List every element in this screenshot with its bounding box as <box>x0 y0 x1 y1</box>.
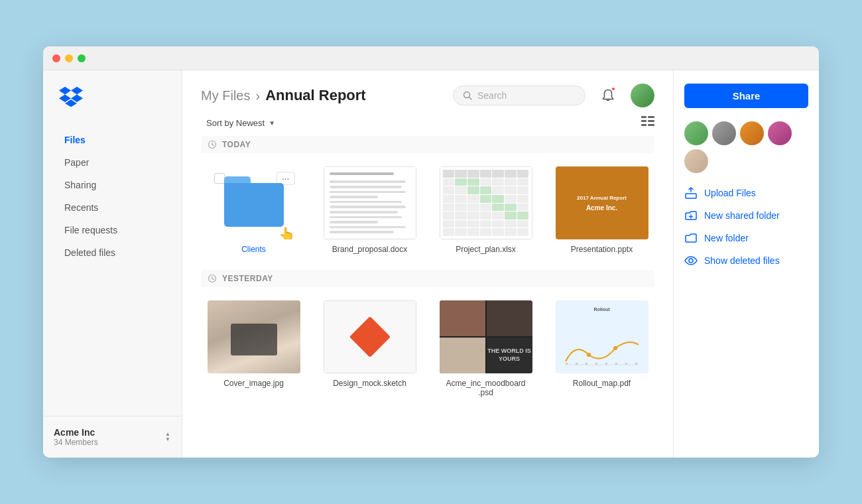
upload-files-action[interactable]: Upload Files <box>684 186 808 200</box>
upload-files-label: Upload Files <box>704 188 756 198</box>
moodboard-cell-1 <box>440 300 485 336</box>
clock-icon-yesterday <box>208 274 217 283</box>
new-folder-action[interactable]: New folder <box>684 231 808 245</box>
svg-line-1 <box>469 97 472 100</box>
file-item-moodboard[interactable]: THE WORLD IS YOURS Acme_inc_moodboard.ps… <box>433 295 538 403</box>
show-deleted-files-label: Show deleted files <box>704 255 780 266</box>
svg-rect-18 <box>576 363 578 365</box>
maximize-button[interactable] <box>78 54 86 62</box>
search-box[interactable] <box>453 86 585 105</box>
file-item-brand-proposal[interactable]: Brand_proposal.docx <box>317 161 422 259</box>
upload-icon <box>684 186 698 200</box>
member-avatar-3[interactable] <box>740 121 764 145</box>
sidebar-item-recents[interactable]: Recents <box>48 197 176 218</box>
moodboard-text: THE WORLD IS YOURS <box>487 347 532 363</box>
file-name-presentation: Presentation.pptx <box>571 245 633 254</box>
moodboard-thumbnail: THE WORLD IS YOURS <box>440 300 532 373</box>
minimize-button[interactable] <box>65 54 73 62</box>
svg-rect-24 <box>635 363 637 365</box>
share-button[interactable]: Share <box>684 84 808 108</box>
sidebar-item-sharing[interactable]: Sharing <box>48 174 176 196</box>
yesterday-header: YESTERDAY <box>201 270 654 287</box>
member-avatar-2[interactable] <box>712 121 736 145</box>
app-body: Files Paper Sharing Recents File request… <box>43 70 819 458</box>
toolbar: Sort by Newest ▼ <box>182 107 673 136</box>
member-avatar-5[interactable] <box>684 149 708 173</box>
yesterday-files-grid: Cover_image.jpg Design_mock.sketch <box>201 295 654 403</box>
notification-button[interactable] <box>596 84 620 107</box>
chevron-down-icon: ▼ <box>164 438 171 442</box>
file-item-clients[interactable]: ··· 👆 Clients <box>201 161 306 259</box>
sidebar-item-deleted-files[interactable]: Deleted files <box>48 242 176 263</box>
file-name-clients: Clients <box>241 245 266 254</box>
pdf-thumbnail: Rollout <box>556 300 648 373</box>
sidebar-footer: Acme Inc 34 Members ▲ ▼ <box>43 416 182 447</box>
ppt-thumbnail: 2017 Annual Report Acme Inc. <box>556 166 648 239</box>
show-deleted-files-action[interactable]: Show deleted files <box>684 254 808 267</box>
ppt-year: 2017 Annual Report <box>577 194 627 202</box>
doc-preview <box>324 166 416 239</box>
moodboard-cell-4: THE WORLD IS YOURS <box>487 338 532 373</box>
sidebar-item-paper[interactable]: Paper <box>48 152 176 173</box>
svg-rect-20 <box>595 363 597 365</box>
shared-folder-icon <box>684 209 698 222</box>
view-toggle-button[interactable] <box>641 116 654 130</box>
new-shared-folder-action[interactable]: New shared folder <box>684 209 808 222</box>
svg-rect-22 <box>615 363 617 365</box>
file-item-presentation[interactable]: 2017 Annual Report Acme Inc. Presentatio… <box>549 161 654 259</box>
sidebar-logo[interactable] <box>43 86 182 129</box>
moodboard-cell-2 <box>487 300 532 336</box>
today-header: TODAY <box>201 136 654 153</box>
new-shared-folder-label: New shared folder <box>704 210 780 221</box>
sort-button[interactable]: Sort by Newest ▼ <box>201 115 280 131</box>
moodboard-cell-3 <box>440 338 485 373</box>
file-item-design-mock[interactable]: Design_mock.sketch <box>317 295 422 403</box>
org-members: 34 Members <box>54 438 98 447</box>
svg-point-15 <box>613 346 617 350</box>
sort-label: Sort by Newest <box>206 118 265 128</box>
svg-rect-4 <box>641 124 646 126</box>
pdf-chart <box>560 335 645 368</box>
avatar[interactable] <box>631 84 654 107</box>
file-name-rollout-map: Rollout_map.pdf <box>573 379 631 388</box>
search-input[interactable] <box>477 90 576 101</box>
file-item-cover-image[interactable]: Cover_image.jpg <box>201 295 306 403</box>
file-item-rollout-map[interactable]: Rollout <box>549 295 654 403</box>
svg-rect-23 <box>625 363 627 365</box>
svg-line-13 <box>212 279 214 280</box>
svg-rect-2 <box>641 116 646 118</box>
desk-bg <box>208 300 300 373</box>
titlebar <box>43 46 819 70</box>
breadcrumb-current: Annual Report <box>265 87 366 104</box>
today-section: TODAY ··· 👆 <box>201 136 654 259</box>
close-button[interactable] <box>52 54 60 62</box>
member-avatar-4[interactable] <box>768 121 792 145</box>
svg-rect-7 <box>648 124 654 126</box>
breadcrumb-parent-link[interactable]: My Files <box>201 88 250 103</box>
svg-rect-21 <box>605 363 607 365</box>
today-label: TODAY <box>222 140 251 149</box>
members-avatars <box>684 121 808 173</box>
file-name-project-plan: Project_plan.xlsx <box>456 245 516 254</box>
file-item-project-plan[interactable]: Project_plan.xlsx <box>433 161 538 259</box>
moodboard-preview: THE WORLD IS YOURS <box>440 300 532 373</box>
member-avatar-1[interactable] <box>684 121 708 145</box>
grid-view-icon <box>641 116 654 127</box>
org-info: Acme Inc 34 Members <box>54 427 98 447</box>
sidebar-item-file-requests[interactable]: File requests <box>48 220 176 241</box>
file-checkbox[interactable] <box>214 173 225 184</box>
org-chevron[interactable]: ▲ ▼ <box>164 432 171 442</box>
sketch-thumbnail <box>324 300 416 373</box>
folder-icon <box>224 176 284 229</box>
sidebar-item-files[interactable]: Files <box>48 129 176 151</box>
svg-rect-17 <box>566 363 568 365</box>
svg-rect-3 <box>641 120 646 122</box>
today-files-grid: ··· 👆 Clients <box>201 161 654 259</box>
new-folder-icon <box>684 231 698 245</box>
file-name-design-mock: Design_mock.sketch <box>333 379 406 388</box>
sort-arrow-icon: ▼ <box>269 119 275 127</box>
main-header: My Files › Annual Report <box>182 70 673 107</box>
eye-icon <box>684 254 698 267</box>
clock-icon <box>208 140 217 149</box>
sheet-preview <box>440 166 532 239</box>
